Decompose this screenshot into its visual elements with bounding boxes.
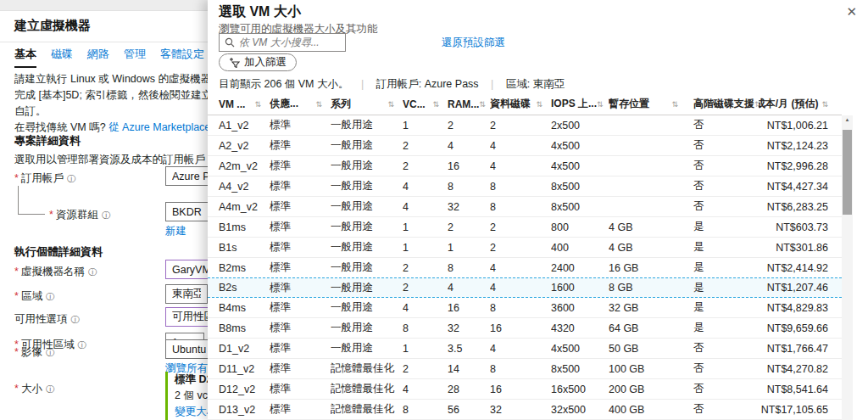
cell-family: 一般用途 bbox=[331, 260, 403, 275]
resource-group-input[interactable] bbox=[165, 202, 208, 221]
table-row[interactable]: D13_v2標準記憶體最佳化8563232x500400 GB否NT$17,10… bbox=[208, 400, 842, 420]
cell-offer: 標準 bbox=[270, 260, 331, 275]
column-header[interactable]: 暫存位置⇅ bbox=[609, 97, 687, 111]
column-header[interactable]: IOPS 上...⇅ bbox=[551, 97, 609, 111]
vm-name-input[interactable] bbox=[165, 260, 208, 279]
cell-vcpus: 4 bbox=[403, 201, 448, 213]
availability-options-select[interactable] bbox=[165, 307, 208, 327]
column-header[interactable]: 高階磁碟支援⇅ bbox=[687, 97, 759, 111]
cell-disks: 8 bbox=[490, 302, 551, 314]
cell-name: D12_v2 bbox=[208, 384, 270, 395]
table-row[interactable]: B1ms標準一般用途1228004 GB是NT$603.73 bbox=[208, 217, 842, 238]
reset-default-filters-link[interactable]: 還原預設篩選 bbox=[442, 36, 505, 50]
vm-size-search[interactable] bbox=[219, 33, 346, 52]
project-details-heading: 專案詳細資料 bbox=[14, 133, 81, 148]
status-line: 目前顯示 206 個 VM 大小。 | 訂用帳戶: Azure Pass | 區… bbox=[219, 77, 565, 92]
table-row[interactable]: B4ms標準一般用途4168360032 GB是NT$4,829.83 bbox=[208, 298, 842, 318]
table-row[interactable]: B1s標準一般用途1124004 GB是NT$301.86 bbox=[208, 238, 842, 258]
region-select[interactable] bbox=[165, 284, 208, 304]
tab-4[interactable]: 管理 bbox=[124, 47, 146, 68]
scrollbar-thumb[interactable] bbox=[843, 130, 852, 215]
table-row[interactable]: A1_v2標準一般用途1222x500否NT$1,006.21 bbox=[208, 115, 842, 136]
cell-premium: 是 bbox=[687, 260, 759, 275]
image-select[interactable] bbox=[165, 339, 208, 359]
sort-icon: ⇅ bbox=[821, 100, 828, 109]
tab-2[interactable]: 磁碟 bbox=[51, 47, 73, 68]
marketplace-link[interactable]: 從 Azure Marketplace 建 bbox=[108, 121, 208, 133]
change-size-link[interactable]: 變更大小 bbox=[175, 406, 208, 417]
cell-family: 一般用途 bbox=[331, 341, 403, 356]
cell-premium: 是 bbox=[687, 300, 759, 315]
tab-3[interactable]: 網路 bbox=[87, 47, 109, 68]
column-header[interactable]: 成本/月 (預估)⇅ bbox=[759, 97, 842, 111]
create-new-link[interactable]: 新建 bbox=[165, 224, 186, 238]
required-marker: * bbox=[49, 209, 53, 221]
cell-premium: 否 bbox=[687, 159, 759, 173]
cell-iops: 4320 bbox=[551, 322, 609, 334]
cell-disks: 8 bbox=[490, 181, 551, 193]
table-row[interactable]: B2ms標準一般用途284240016 GB是NT$2,414.92 bbox=[208, 258, 842, 278]
cell-ram: 32 bbox=[448, 201, 490, 213]
cell-disks: 4 bbox=[490, 343, 551, 355]
cell-vcpus: 1 bbox=[403, 343, 448, 355]
cell-offer: 標準 bbox=[270, 118, 331, 132]
column-header[interactable]: RAM...⇅ bbox=[448, 98, 490, 110]
tab-5[interactable]: 客體設定 bbox=[160, 47, 204, 68]
cell-premium: 否 bbox=[687, 361, 759, 376]
tab-1[interactable]: 基本 bbox=[14, 47, 36, 68]
cell-vcpus: 1 bbox=[403, 242, 448, 254]
cell-disks: 16 bbox=[490, 384, 551, 395]
table-row[interactable]: A2m_v2標準一般用途21644x500否NT$2,996.28 bbox=[208, 156, 842, 176]
tabs: 基本磁碟網路管理客體設定標籤 bbox=[14, 47, 208, 68]
cell-vcpus: 2 bbox=[403, 262, 448, 274]
search-input[interactable] bbox=[239, 36, 332, 48]
image-label: *影像ⓘ bbox=[14, 345, 54, 360]
table-row[interactable]: B8ms標準一般用途83216432064 GB是NT$9,659.66 bbox=[208, 318, 842, 339]
info-icon: ⓘ bbox=[46, 292, 54, 301]
vm-name-label: *虛擬機器名稱ⓘ bbox=[14, 265, 97, 279]
cell-ram: 3.5 bbox=[448, 343, 490, 355]
scroll-up-icon[interactable]: ▲ bbox=[842, 117, 853, 122]
cell-cost: NT$4,270.82 bbox=[759, 363, 842, 375]
create-vm-blade: 建立虛擬機器 基本磁碟網路管理客體設定標籤 請建立執行 Linux 或 Wind… bbox=[0, 0, 208, 420]
cell-vcpus: 8 bbox=[403, 404, 448, 416]
table-row[interactable]: A4m_v2標準一般用途43288x500否NT$6,283.25 bbox=[208, 197, 842, 217]
cell-family: 一般用途 bbox=[331, 159, 403, 173]
cell-temp: 50 GB bbox=[609, 343, 687, 355]
cell-temp: 32 GB bbox=[609, 302, 687, 314]
table-row[interactable]: D12_v2標準記憶體最佳化4281616x500200 GB否NT$8,541… bbox=[208, 379, 842, 400]
cell-offer: 標準 bbox=[270, 179, 331, 193]
cell-ram: 2 bbox=[448, 120, 490, 132]
cell-offer: 標準 bbox=[270, 361, 331, 376]
size-name: 標準 D2 bbox=[175, 372, 208, 388]
sort-icon: ⇅ bbox=[671, 100, 687, 109]
column-header-label: 資料磁碟 bbox=[490, 97, 531, 111]
cell-ram: 4 bbox=[448, 140, 490, 152]
sort-icon: ⇅ bbox=[315, 100, 331, 109]
cell-vcpus: 2 bbox=[403, 282, 448, 294]
table-scrollbar[interactable]: ▲ bbox=[842, 115, 853, 420]
cell-premium: 否 bbox=[687, 382, 759, 396]
table-row[interactable]: D1_v2標準一般用途13.544x50050 GB否NT$1,766.47 bbox=[208, 339, 842, 359]
column-header[interactable]: VM ...⇅ bbox=[208, 98, 270, 110]
cell-cost: NT$9,659.66 bbox=[759, 322, 842, 334]
column-header[interactable]: 供應...⇅ bbox=[270, 97, 331, 111]
cell-cost: NT$2,414.92 bbox=[759, 262, 842, 274]
cell-temp: 4 GB bbox=[609, 221, 687, 233]
cell-iops: 4x500 bbox=[551, 160, 609, 172]
table-row[interactable]: A2_v2標準一般用途2444x500否NT$2,124.23 bbox=[208, 136, 842, 156]
table-row[interactable]: D11_v2標準記憶體最佳化21488x500100 GB否NT$4,270.8… bbox=[208, 359, 842, 379]
subscription-input[interactable] bbox=[165, 166, 208, 186]
table-row-selected[interactable]: B2s標準一般用途24416008 GB是NT$1,207.46 bbox=[208, 277, 842, 298]
column-header[interactable]: VC...⇅ bbox=[403, 98, 448, 110]
status-separator: | bbox=[491, 78, 493, 90]
title-separator bbox=[0, 42, 208, 42]
column-header[interactable]: 系列⇅ bbox=[331, 97, 403, 111]
close-icon[interactable]: ✕ bbox=[846, 4, 857, 20]
column-header-label: 暫存位置 bbox=[609, 97, 649, 111]
add-filter-button[interactable]: 加入篩選 bbox=[219, 53, 297, 71]
column-header[interactable]: 資料磁碟⇅ bbox=[490, 97, 551, 111]
sort-icon: ⇅ bbox=[387, 100, 403, 109]
cell-disks: 4 bbox=[490, 160, 551, 172]
table-row[interactable]: A4_v2標準一般用途4888x500否NT$4,427.34 bbox=[208, 176, 842, 197]
